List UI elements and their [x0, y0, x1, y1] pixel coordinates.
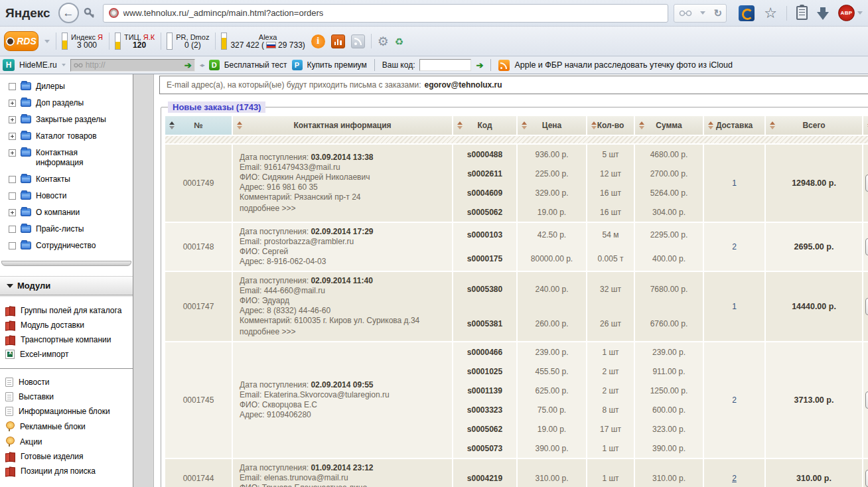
checkbox[interactable] [9, 192, 16, 200]
rss-icon[interactable] [351, 35, 365, 48]
expand-plus-icon[interactable] [9, 116, 16, 123]
rds-toolbar: RDS Индекс Я3 000ТИЦ, Я.К120PR, Dmoz0 (2… [0, 27, 868, 56]
page-item[interactable]: Новости [5, 375, 133, 389]
code-go-button[interactable]: ➔ [476, 60, 483, 70]
sort-icon[interactable] [639, 121, 644, 129]
clipboard-icon[interactable] [796, 6, 808, 20]
splitter-handle[interactable]: ◂▸ [200, 62, 204, 68]
sidebar-tree-item[interactable]: Закрытые разделы [0, 111, 133, 128]
sort-icon[interactable] [708, 121, 713, 129]
sidebar-tree-item[interactable]: Каталог товаров [0, 128, 133, 145]
download-icon[interactable] [817, 12, 829, 20]
page-item[interactable]: Акции [5, 434, 133, 449]
rds-dropdown-icon[interactable] [44, 40, 50, 43]
rss-news-icon[interactable] [498, 60, 510, 71]
page-item[interactable]: Выставки [5, 389, 133, 404]
action-button[interactable] [865, 470, 868, 487]
sort-icon[interactable] [169, 121, 175, 129]
page-item[interactable]: Рекламные блоки [5, 419, 133, 434]
column-header[interactable]: Всего [766, 116, 862, 135]
expand-plus-icon[interactable] [9, 149, 16, 157]
expand-plus-icon[interactable] [9, 100, 16, 107]
gear-icon[interactable]: ⚙ [378, 35, 389, 48]
sidebar-tree-item[interactable]: Доп разделы [0, 95, 133, 111]
modules-header[interactable]: Модули [0, 276, 133, 295]
column-header[interactable]: Сумма [635, 116, 703, 135]
details-link[interactable]: подробнее >>> [240, 202, 447, 214]
expand-plus-icon[interactable] [9, 209, 16, 216]
rds-metric[interactable]: Alexa327 422 (29 733) [215, 33, 305, 50]
expand-plus-icon[interactable] [9, 133, 16, 140]
column-header[interactable]: Код [453, 116, 516, 135]
action-button[interactable] [865, 174, 868, 192]
checkbox[interactable] [9, 83, 16, 90]
hideme-logo-icon[interactable]: H [3, 59, 15, 71]
adblock-dropdown-icon[interactable] [857, 11, 863, 15]
sidebar-tree-item[interactable]: Прайс-листы [0, 221, 133, 238]
adblock-icon[interactable]: ABP [838, 5, 855, 21]
sidebar-tree-item[interactable]: О компании [0, 204, 133, 221]
hideme-dropdown-icon[interactable] [62, 64, 66, 66]
sort-icon[interactable] [770, 121, 775, 129]
hideme-brand[interactable]: HideME.ru [19, 60, 57, 70]
column-header[interactable]: Цена [518, 116, 586, 135]
module-item[interactable]: Модуль доставки [5, 318, 133, 332]
proxy-go-button[interactable]: ➔ [184, 60, 192, 70]
rds-metric[interactable]: ТИЦ, Я.К120 [109, 33, 155, 50]
details-link[interactable]: подробнее >>> [240, 326, 447, 337]
sidebar-tree-item[interactable]: Контакты [0, 171, 133, 188]
rds-logo-button[interactable]: RDS [4, 31, 38, 51]
order-actions [863, 342, 868, 458]
rds-metric[interactable]: Индекс Я3 000 [56, 33, 103, 50]
column-header[interactable]: Доставка [704, 116, 764, 135]
sidebar-tree-item[interactable]: Новости [0, 188, 133, 204]
url-bar[interactable]: www.tehnolux.ru/_admincp/main.html?actio… [103, 4, 669, 23]
sidebar-tree-item[interactable]: Контактная информация [0, 145, 133, 171]
checkbox[interactable] [9, 226, 16, 233]
page-item[interactable]: Информационные блоки [5, 404, 133, 419]
panel-bottom-edge [1, 261, 131, 266]
sort-icon[interactable] [457, 121, 463, 129]
column-header[interactable]: Д [863, 116, 868, 135]
premium-icon[interactable]: P [292, 60, 303, 70]
page-item[interactable]: Готовые изделия [5, 449, 133, 464]
sidebar-tree-item[interactable]: Сотрудничество [0, 238, 133, 254]
sort-icon[interactable] [522, 121, 527, 129]
free-test-icon[interactable]: D [209, 60, 220, 70]
column-header[interactable]: Контактная информация [233, 116, 452, 135]
key-icon[interactable] [82, 5, 98, 21]
column-header[interactable]: Кол-во [587, 116, 634, 135]
url-text[interactable]: www.tehnolux.ru/_admincp/main.html?actio… [123, 8, 324, 18]
column-header[interactable]: № [165, 116, 232, 135]
news-headline[interactable]: Apple и ФБР начали расследовать утечку ф… [514, 60, 733, 70]
sort-icon[interactable] [237, 121, 242, 129]
contact-line: Email: elenas.trunova@mail.ru [240, 473, 447, 483]
reader-glasses-icon[interactable] [679, 10, 692, 17]
rds-metric[interactable]: PR, Dmoz0 (2) [161, 33, 209, 50]
module-item[interactable]: Транспортные компании [5, 332, 133, 347]
page-item[interactable]: Позиции для поиска [5, 464, 133, 478]
checkbox[interactable] [9, 176, 16, 183]
premium-link[interactable]: Купить премиум [307, 60, 367, 70]
reload-button[interactable]: ↻ [713, 7, 722, 19]
action-button[interactable] [865, 238, 868, 255]
extension-icon[interactable] [739, 5, 755, 21]
code-input[interactable] [419, 59, 471, 71]
bookmark-star-icon[interactable]: ☆ [764, 6, 777, 21]
adblock-button[interactable]: ABP [838, 5, 863, 21]
action-button[interactable] [865, 298, 868, 315]
dropdown-icon[interactable] [700, 11, 705, 15]
action-button[interactable] [865, 391, 868, 409]
checkbox[interactable] [9, 242, 16, 249]
module-item[interactable]: Группы полей для каталога [5, 303, 133, 318]
delivery-value[interactable]: 2 [732, 474, 737, 483]
module-item[interactable]: Excel-импорт [5, 347, 133, 362]
proxy-url-input[interactable]: http:// ➔ [70, 59, 195, 72]
chart-icon[interactable] [331, 35, 345, 48]
free-test-link[interactable]: Бесплатный тест [224, 60, 287, 70]
info-icon[interactable]: i [311, 35, 325, 48]
back-button[interactable]: ← [58, 3, 79, 23]
sort-icon[interactable] [591, 121, 597, 129]
sidebar-tree-item[interactable]: Дилеры [0, 78, 133, 95]
recycle-icon[interactable]: ♻ [395, 36, 403, 46]
